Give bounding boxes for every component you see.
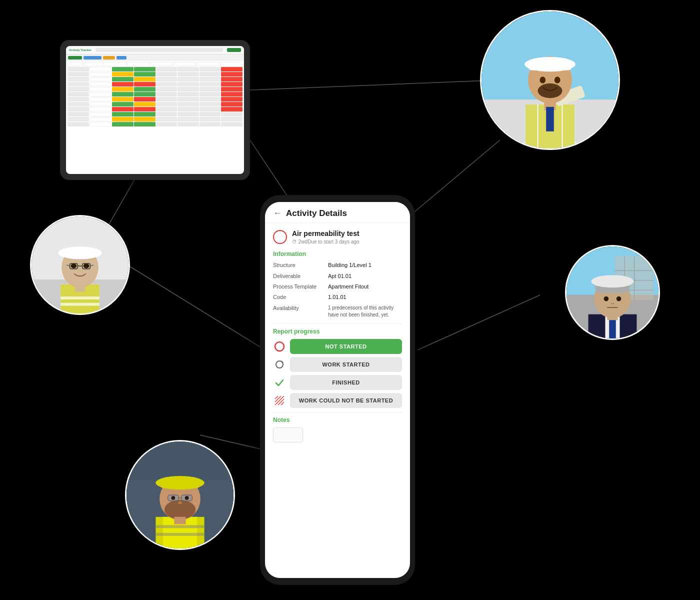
activity-header: Air permeability test ⏱ 2wd Due to start… bbox=[273, 229, 402, 244]
activity-status-icon bbox=[273, 230, 287, 244]
svg-point-74 bbox=[604, 296, 609, 302]
svg-line-4 bbox=[418, 295, 540, 350]
work-started-icon bbox=[273, 358, 286, 371]
phone-top-bar: ← Activity Details bbox=[265, 202, 410, 223]
svg-line-85 bbox=[281, 402, 284, 405]
availability-label: Availability bbox=[273, 304, 328, 318]
notes-input[interactable] bbox=[273, 428, 303, 442]
svg-rect-22 bbox=[546, 107, 554, 132]
tablet-export-btn[interactable] bbox=[227, 48, 241, 52]
availability-value: 1 predecessors of this activity have not… bbox=[328, 304, 402, 318]
phone-screen: ← Activity Details Air permeability test… bbox=[265, 202, 410, 578]
structure-value: Building 1/Level 1 bbox=[328, 262, 402, 269]
svg-point-19 bbox=[554, 76, 560, 84]
process-label: Process Template bbox=[273, 283, 328, 290]
deliverable-label: Deliverable bbox=[273, 272, 328, 280]
svg-line-84 bbox=[278, 399, 284, 405]
could-not-start-button[interactable]: WORK COULD NOT BE STARTED bbox=[290, 393, 402, 408]
portrait-senior-manager bbox=[565, 245, 660, 340]
svg-rect-77 bbox=[607, 314, 618, 320]
tablet-tab-3[interactable] bbox=[103, 56, 115, 60]
svg-point-75 bbox=[616, 296, 622, 302]
tablet-header: Activity Tracker bbox=[66, 46, 244, 54]
activity-name: Air permeability test bbox=[292, 229, 360, 238]
process-value: Apartment Fitout bbox=[328, 283, 402, 290]
code-label: Code bbox=[273, 294, 328, 301]
tablet-tab-4[interactable] bbox=[116, 56, 126, 60]
structure-label: Structure bbox=[273, 262, 328, 269]
duration-icon: ⏱ bbox=[292, 239, 297, 244]
information-section-label: Information bbox=[273, 250, 402, 258]
svg-point-18 bbox=[540, 76, 546, 84]
phone-device: ← Activity Details Air permeability test… bbox=[260, 195, 415, 585]
finished-button[interactable]: FINISHED bbox=[290, 375, 402, 390]
svg-point-78 bbox=[275, 342, 284, 351]
info-row-deliverable: Deliverable Apt 01.01 bbox=[273, 272, 402, 280]
svg-rect-57 bbox=[174, 517, 186, 524]
not-started-icon bbox=[273, 340, 286, 353]
notes-section: Notes bbox=[273, 416, 402, 442]
phone-content: Air permeability test ⏱ 2wd Due to start… bbox=[265, 223, 410, 578]
not-started-button[interactable]: NOT STARTED bbox=[290, 339, 402, 354]
activity-meta: ⏱ 2wd Due to start 3 days ago bbox=[292, 239, 360, 244]
svg-rect-45 bbox=[156, 525, 204, 528]
svg-point-56 bbox=[178, 502, 182, 504]
svg-rect-31 bbox=[62, 250, 98, 258]
svg-line-5 bbox=[250, 80, 500, 90]
svg-rect-17 bbox=[528, 60, 572, 70]
could-not-start-icon bbox=[273, 394, 286, 407]
work-started-row: WORK STARTED bbox=[273, 357, 402, 372]
svg-rect-73 bbox=[594, 278, 632, 286]
svg-point-33 bbox=[84, 264, 90, 268]
info-table: Structure Building 1/Level 1 Deliverable… bbox=[273, 262, 402, 318]
svg-point-32 bbox=[71, 264, 77, 268]
finished-row: FINISHED bbox=[273, 375, 402, 390]
tablet-device: Activity Tracker bbox=[60, 40, 250, 180]
tablet-logo: Activity Tracker bbox=[69, 48, 92, 52]
tablet-tab-1[interactable] bbox=[68, 56, 82, 60]
svg-rect-50 bbox=[160, 480, 200, 488]
activity-due: Due to start 3 days ago bbox=[308, 239, 359, 244]
finished-icon bbox=[273, 376, 286, 389]
report-section: Report progress NOT STARTED bbox=[273, 328, 402, 408]
deliverable-value: Apt 01.01 bbox=[328, 272, 402, 280]
info-row-availability: Availability 1 predecessors of this acti… bbox=[273, 304, 402, 318]
info-row-structure: Structure Building 1/Level 1 bbox=[273, 262, 402, 269]
portrait-asian-engineer bbox=[30, 215, 130, 315]
svg-line-82 bbox=[275, 396, 281, 402]
report-section-label: Report progress bbox=[273, 328, 402, 335]
svg-line-3 bbox=[200, 435, 265, 450]
divider-2 bbox=[273, 412, 402, 412]
not-started-row: NOT STARTED bbox=[273, 339, 402, 354]
svg-point-55 bbox=[185, 496, 189, 500]
svg-line-2 bbox=[128, 265, 265, 350]
svg-point-54 bbox=[171, 496, 175, 500]
svg-line-81 bbox=[275, 396, 278, 399]
tablet-screen: Activity Tracker bbox=[66, 46, 244, 174]
back-button[interactable]: ← bbox=[273, 208, 282, 218]
tablet-grid bbox=[66, 61, 244, 128]
activity-duration: 2wd bbox=[298, 239, 308, 244]
svg-marker-79 bbox=[282, 360, 284, 362]
code-value: 1.01.01 bbox=[328, 294, 402, 301]
tablet-tabs bbox=[66, 54, 244, 61]
divider-1 bbox=[273, 324, 402, 324]
svg-rect-39 bbox=[75, 284, 84, 292]
info-row-code: Code 1.01.01 bbox=[273, 294, 402, 301]
tablet-tab-2[interactable] bbox=[84, 56, 102, 60]
portrait-factory-worker bbox=[125, 440, 235, 550]
svg-rect-28 bbox=[60, 303, 100, 306]
could-not-start-row: WORK COULD NOT BE STARTED bbox=[273, 393, 402, 408]
notes-label: Notes bbox=[273, 416, 402, 424]
svg-rect-27 bbox=[60, 296, 100, 300]
work-started-button[interactable]: WORK STARTED bbox=[290, 357, 402, 372]
svg-rect-46 bbox=[156, 533, 204, 536]
phone-title: Activity Details bbox=[286, 208, 347, 218]
info-row-process: Process Template Apartment Fitout bbox=[273, 283, 402, 290]
tablet-search-bar bbox=[96, 48, 223, 52]
portrait-engineer-blueprints bbox=[480, 10, 620, 150]
